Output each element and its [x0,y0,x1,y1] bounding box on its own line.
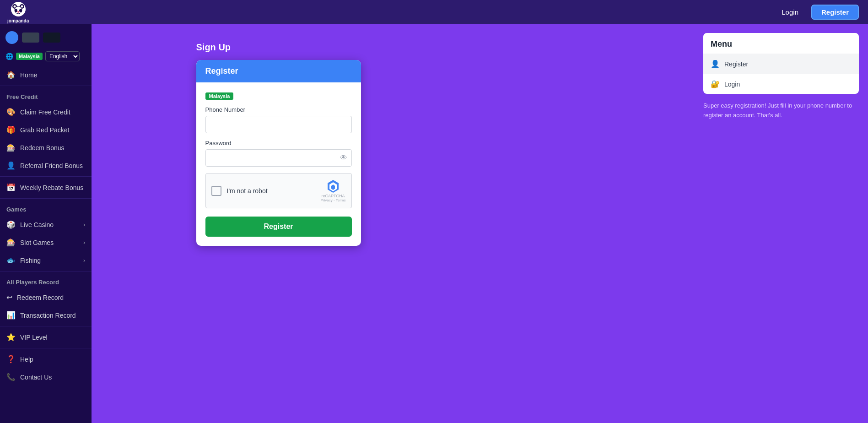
sidebar-claim-label: Claim Free Credit [20,108,70,116]
sidebar-weekly-label: Weekly Rebate Bonus [20,184,83,191]
sidebar-item-redeem-record[interactable]: ↩ Redeem Record [0,288,92,306]
login-icon: 🔐 [711,80,720,88]
sidebar-item-slot-games[interactable]: 🎰 Slot Games › [0,233,92,251]
nav-actions: Login Register [774,5,859,20]
games-section: Games [0,201,92,216]
sidebar-vip-label: VIP Level [20,334,48,341]
record-icon: ↩ [6,293,12,302]
chevron-right-icon: › [83,222,85,228]
topnav: jompanda Login Register [0,0,868,24]
sidebar-fishing-label: Fishing [20,257,41,264]
globe-icon: 🌐 [5,53,13,60]
password-input[interactable] [205,149,352,167]
sidebar-live-label: Live Casino [20,221,54,228]
all-players-section: All Players Record [0,273,92,288]
sidebar-item-claim-free-credit[interactable]: 🎨 Claim Free Credit [0,103,92,121]
svg-point-4 [15,9,17,12]
login-button[interactable]: Login [774,5,806,19]
card-header: Register [196,60,361,82]
menu-login-item[interactable]: 🔐 Login [703,74,859,94]
register-button[interactable]: Register [811,5,859,20]
logo-text: jompanda [7,18,29,23]
chevron-right-icon-3: › [83,257,85,264]
sidebar-item-grab-red-packet[interactable]: 🎁 Grab Red Packet [0,121,92,139]
main-layout: 🌐 Malaysia English Malay Chinese 🏠 Home … [0,24,868,423]
recaptcha-logo: reCAPTCHA Privacy - Terms [321,179,346,202]
sidebar-item-fishing[interactable]: 🐟 Fishing › [0,251,92,269]
icon-rect [22,33,39,43]
sidebar-item-redeem-bonus[interactable]: 🎰 Redeem Bonus [0,139,92,157]
recaptcha-checkbox[interactable] [211,186,221,196]
slot-icon: 🎰 [6,238,16,247]
menu-register-item[interactable]: 👤 Register [703,54,859,74]
sidebar-item-transaction-record[interactable]: 📊 Transaction Record [0,306,92,324]
sidebar-item-weekly-rebate[interactable]: 📅 Weekly Rebate Bonus [0,179,92,196]
main-content: Sign Up Register Malaysia Phone Number P… [92,24,694,423]
card-header-title: Register [205,66,238,76]
menu-card: Menu 👤 Register 🔐 Login [703,33,859,94]
password-label: Password [205,140,352,146]
home-icon: 🏠 [6,70,16,79]
sidebar-item-help[interactable]: ❓ Help [0,350,92,368]
lang-row: 🌐 Malaysia English Malay Chinese [0,49,92,66]
malaysia-badge: Malaysia [16,53,43,60]
register-card: Register Malaysia Phone Number Password … [196,60,361,246]
sidebar-transaction-label: Transaction Record [20,312,76,319]
referral-icon: 👤 [6,161,16,170]
chevron-right-icon-2: › [83,239,85,246]
star-icon: ⭐ [6,333,16,342]
sidebar-item-contact-us[interactable]: 📞 Contact Us [0,368,92,386]
live-casino-icon: 🎲 [6,220,16,229]
claim-icon: 🎨 [6,108,16,116]
signup-title: Sign Up [196,42,590,53]
redeem-icon: 🎰 [6,143,16,152]
sidebar: 🌐 Malaysia English Malay Chinese 🏠 Home … [0,24,92,423]
calendar-icon: 📅 [6,183,16,192]
menu-login-label: Login [724,81,740,88]
phone-input[interactable] [205,116,352,133]
help-icon: ❓ [6,355,16,363]
menu-card-title: Menu [703,33,859,54]
register-main-button[interactable]: Register [205,217,352,237]
sidebar-contact-label: Contact Us [20,374,52,381]
svg-point-6 [17,11,19,12]
sidebar-item-referral[interactable]: 👤 Referral Friend Bonus [0,157,92,174]
sidebar-item-home[interactable]: 🏠 Home [0,66,92,84]
language-select[interactable]: English Malay Chinese [45,51,80,61]
svg-point-8 [21,5,23,7]
icon-dark [43,33,60,43]
free-credit-section: Free Credit [0,88,92,103]
fishing-icon: 🐟 [6,256,16,265]
eye-icon[interactable]: 👁 [340,154,347,162]
user-plus-icon: 👤 [711,60,720,68]
sidebar-redeem-label: Redeem Bonus [20,144,65,152]
card-malaysia-badge: Malaysia [205,92,234,100]
menu-register-label: Register [724,60,748,68]
info-text: Super easy registration! Just fill in yo… [703,101,859,120]
right-panel: Menu 👤 Register 🔐 Login Super easy regis… [694,24,868,423]
svg-point-7 [13,5,16,7]
recaptcha-subtext: Privacy - Terms [321,198,346,202]
phone-icon: 📞 [6,373,16,381]
sidebar-item-vip-level[interactable]: ⭐ VIP Level [0,328,92,346]
card-body: Malaysia Phone Number Password 👁 I'm not… [196,82,361,246]
sidebar-referral-label: Referral Friend Bonus [20,162,83,169]
logo[interactable]: jompanda [7,1,29,23]
recaptcha-text: reCAPTCHA [322,194,345,198]
password-wrap: 👁 [205,149,352,167]
svg-point-5 [19,9,22,12]
recaptcha-box[interactable]: I'm not a robot reCAPTCHA Privacy - Term… [205,173,352,208]
sidebar-grab-label: Grab Red Packet [20,126,69,134]
sidebar-item-live-casino[interactable]: 🎲 Live Casino › [0,216,92,233]
sidebar-redeem-record-label: Redeem Record [17,294,64,301]
sidebar-home-label: Home [20,71,37,79]
recaptcha-label: I'm not a robot [227,187,268,195]
sidebar-top-icons [0,27,92,49]
phone-label: Phone Number [205,106,352,113]
red-packet-icon: 🎁 [6,125,16,134]
sidebar-slot-label: Slot Games [20,239,54,246]
sidebar-help-label: Help [20,356,33,363]
icon-purple-circle [5,31,18,44]
transaction-icon: 📊 [6,311,16,320]
